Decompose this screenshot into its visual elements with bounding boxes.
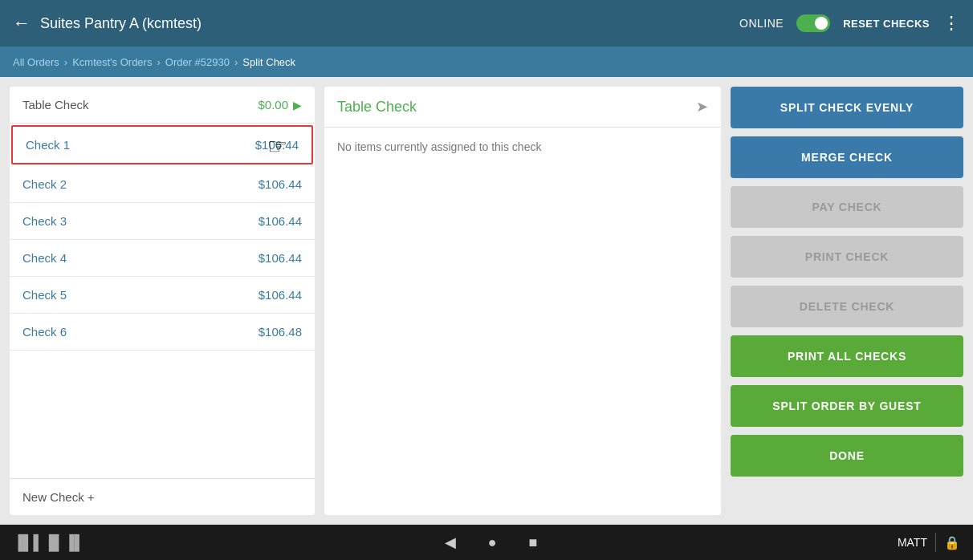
check-4-amount: $106.44 — [259, 251, 302, 265]
split-order-by-guest-button[interactable]: SPLIT ORDER BY GUEST — [731, 385, 963, 427]
detail-panel: Table Check ➤ No items currently assigne… — [324, 87, 721, 515]
check-item-5[interactable]: Check 5 $106.44 — [10, 277, 315, 314]
bottom-divider — [935, 533, 936, 552]
reset-checks-button[interactable]: RESET CHECKS — [843, 18, 930, 30]
check-1-amount: $106.44 — [255, 138, 299, 152]
table-check-price: $0.00 — [258, 98, 288, 112]
check-item-3[interactable]: Check 3 $106.44 — [10, 203, 315, 240]
square-nav-button[interactable]: ■ — [529, 534, 538, 551]
lock-icon[interactable]: 🔒 — [944, 535, 960, 550]
breadcrumb-kcmtest-orders[interactable]: Kcmtest's Orders — [72, 56, 152, 68]
check-6-amount: $106.48 — [259, 325, 302, 339]
check-5-name: Check 5 — [22, 288, 67, 302]
online-label: ONLINE — [739, 17, 784, 30]
delete-check-button[interactable]: DELETE CHECK — [731, 286, 963, 327]
detail-title: Table Check — [337, 99, 417, 116]
table-check-amount-group: $0.00 ▶ — [258, 98, 302, 112]
main-content: Table Check $0.00 ▶ Check 1 $106.44 ☞ Ch… — [0, 77, 973, 525]
new-check-button[interactable]: New Check + — [10, 478, 315, 515]
check-2-name: Check 2 — [22, 177, 67, 191]
nav-controls: ◀ ● ■ — [445, 534, 538, 551]
check-item-4[interactable]: Check 4 $106.44 — [10, 240, 315, 277]
share-icon[interactable]: ➤ — [696, 98, 708, 116]
detail-empty-message: No items currently assigned to this chec… — [324, 128, 721, 166]
bottom-bar: ▐▌▌▐▌▐▌ ◀ ● ■ MATT 🔒 — [0, 525, 973, 560]
more-options-icon[interactable]: ⋮ — [942, 13, 960, 34]
back-nav-button[interactable]: ◀ — [445, 534, 456, 551]
print-check-button[interactable]: PRINT CHECK — [731, 236, 963, 278]
breadcrumb-current: Split Check — [242, 56, 295, 68]
split-check-evenly-button[interactable]: SPLIT CHECK EVENLY — [731, 87, 963, 128]
table-check-header: Table Check $0.00 ▶ — [10, 87, 315, 124]
check-item-6[interactable]: Check 6 $106.48 — [10, 314, 315, 351]
check-1-name: Check 1 — [26, 138, 70, 152]
check-items-list: Check 1 $106.44 ☞ Check 2 $106.44 Check … — [10, 124, 315, 478]
back-button[interactable]: ← — [13, 13, 31, 34]
check-5-amount: $106.44 — [259, 288, 302, 302]
check-6-name: Check 6 — [22, 325, 67, 339]
check-3-amount: $106.44 — [259, 214, 302, 228]
detail-header: Table Check ➤ — [324, 87, 721, 128]
merge-check-button[interactable]: MERGE CHECK — [731, 136, 963, 178]
breadcrumb-sep-2: › — [157, 56, 160, 68]
actions-panel: SPLIT CHECK EVENLY MERGE CHECK PAY CHECK… — [731, 87, 963, 515]
breadcrumb-sep-1: › — [64, 56, 67, 68]
check-4-name: Check 4 — [22, 251, 67, 265]
print-all-checks-button[interactable]: PRINT ALL CHECKS — [731, 335, 963, 377]
header-right: ONLINE RESET CHECKS ⋮ — [739, 13, 960, 34]
bottom-right: MATT 🔒 — [898, 533, 960, 552]
checks-panel: Table Check $0.00 ▶ Check 1 $106.44 ☞ Ch… — [10, 87, 315, 515]
breadcrumb-sep-3: › — [234, 56, 238, 68]
user-name: MATT — [898, 536, 927, 549]
barcode-icon: ▐▌▌▐▌▐▌ — [13, 534, 84, 551]
done-button[interactable]: DONE — [731, 435, 963, 477]
pay-check-button[interactable]: PAY CHECK — [731, 186, 963, 228]
home-nav-button[interactable]: ● — [488, 534, 497, 551]
online-toggle[interactable] — [796, 14, 830, 32]
check-item-1[interactable]: Check 1 $106.44 ☞ — [11, 125, 313, 164]
table-check-arrow-icon: ▶ — [293, 99, 302, 112]
table-check-label: Table Check — [22, 98, 89, 112]
check-item-2[interactable]: Check 2 $106.44 — [10, 166, 315, 203]
breadcrumb: All Orders › Kcmtest's Orders › Order #5… — [0, 47, 973, 77]
app-header: ← Suites Pantry A (kcmtest) ONLINE RESET… — [0, 0, 973, 47]
check-2-amount: $106.44 — [259, 177, 302, 191]
breadcrumb-order[interactable]: Order #52930 — [165, 56, 230, 68]
breadcrumb-all-orders[interactable]: All Orders — [13, 56, 59, 68]
header-title: Suites Pantry A (kcmtest) — [40, 15, 739, 32]
check-3-name: Check 3 — [22, 214, 67, 228]
